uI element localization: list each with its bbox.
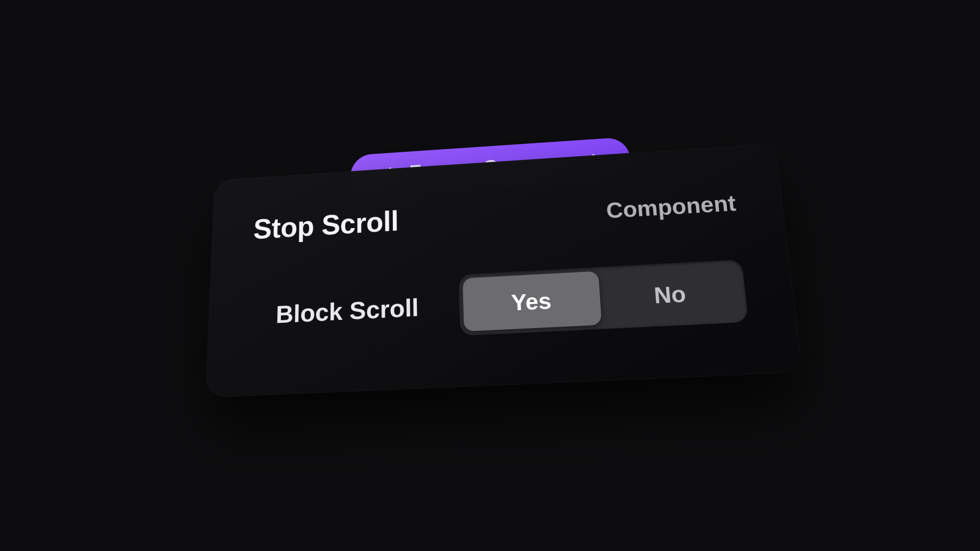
panel-title: Stop Scroll [253, 205, 399, 245]
block-scroll-segmented-control[interactable]: Yes No [459, 259, 748, 336]
properties-panel: Stop Scroll Component Block Scroll Yes N… [205, 143, 802, 398]
panel-type-label: Component [605, 190, 737, 223]
block-scroll-option-yes[interactable]: Yes [463, 271, 602, 331]
block-scroll-row: Block Scroll Yes No [250, 259, 748, 346]
block-scroll-option-no[interactable]: No [598, 263, 744, 324]
panel-header: Stop Scroll Component [253, 184, 737, 245]
block-scroll-label: Block Scroll [250, 292, 419, 329]
